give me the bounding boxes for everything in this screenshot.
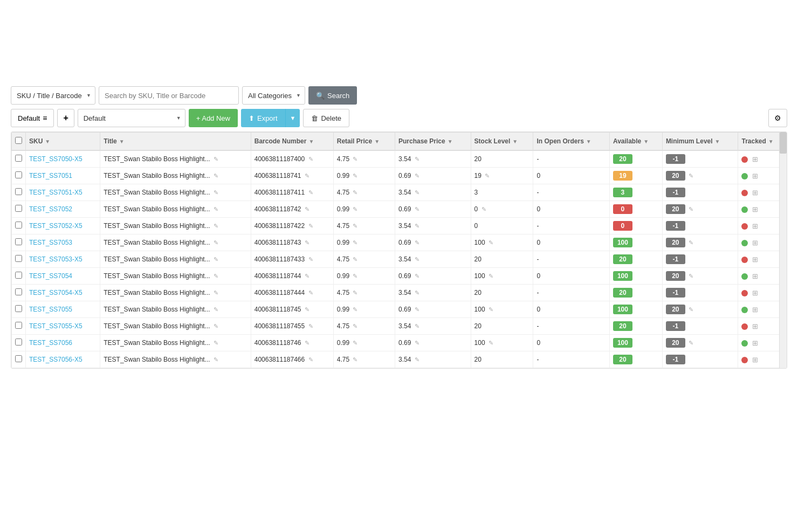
retail-edit-icon[interactable]: ✎ [353,306,357,313]
delete-button[interactable]: 🗑 Delete [303,109,349,127]
row-checkbox[interactable] [15,188,22,195]
title-edit-icon[interactable]: ✎ [214,156,218,162]
purchase-edit-icon[interactable]: ✎ [415,206,419,212]
barcode-edit-icon[interactable]: ✎ [308,223,313,229]
export-button[interactable]: ⬆ Export [241,109,285,127]
orders-filter-icon[interactable]: ▼ [586,139,591,144]
grid-icon[interactable]: ⊞ [752,356,758,364]
grid-icon[interactable]: ⊞ [752,189,758,197]
title-edit-icon[interactable]: ✎ [214,289,218,296]
min-edit-icon[interactable]: ✎ [689,206,693,212]
sku-link[interactable]: TEST_SS7055-X5 [29,322,82,330]
row-checkbox[interactable] [15,255,22,262]
default-select[interactable]: Default [78,109,185,127]
category-select[interactable]: All Categories [242,86,305,105]
row-checkbox[interactable] [15,288,22,295]
barcode-edit-icon[interactable]: ✎ [308,189,313,196]
stock-edit-icon[interactable]: ✎ [489,306,493,313]
grid-icon[interactable]: ⊞ [752,322,758,330]
stock-edit-icon[interactable]: ✎ [489,340,493,346]
title-edit-icon[interactable]: ✎ [214,323,218,329]
barcode-edit-icon[interactable]: ✎ [305,172,309,179]
barcode-edit-icon[interactable]: ✎ [305,340,309,346]
barcode-edit-icon[interactable]: ✎ [305,239,309,246]
retail-edit-icon[interactable]: ✎ [353,172,357,179]
default-view-button[interactable]: Default ≡ [11,109,54,127]
purchase-edit-icon[interactable]: ✎ [415,239,419,246]
purchase-edit-icon[interactable]: ✎ [415,306,419,313]
row-checkbox[interactable] [15,305,22,312]
title-edit-icon[interactable]: ✎ [214,306,218,313]
purchase-edit-icon[interactable]: ✎ [415,156,419,162]
sku-link[interactable]: TEST_SS7056 [29,339,72,347]
grid-icon[interactable]: ⊞ [752,239,758,247]
purchase-edit-icon[interactable]: ✎ [415,273,419,279]
sku-link[interactable]: TEST_SS7054-X5 [29,289,82,296]
field-select[interactable]: SKU / Title / Barcode [11,86,95,105]
title-edit-icon[interactable]: ✎ [214,273,218,279]
title-edit-icon[interactable]: ✎ [214,256,218,262]
add-view-button[interactable]: + [57,109,74,127]
sku-link[interactable]: TEST_SS7050-X5 [29,155,82,163]
min-filter-icon[interactable]: ▼ [715,139,720,144]
min-edit-icon[interactable]: ✎ [689,306,693,313]
grid-icon[interactable]: ⊞ [752,255,758,264]
purchase-edit-icon[interactable]: ✎ [415,256,419,262]
select-all-checkbox[interactable] [15,137,22,144]
title-edit-icon[interactable]: ✎ [214,239,218,246]
grid-icon[interactable]: ⊞ [752,172,758,180]
sku-filter-icon[interactable]: ▼ [45,139,50,144]
stock-edit-icon[interactable]: ✎ [489,239,493,246]
sku-link[interactable]: TEST_SS7051-X5 [29,189,82,196]
barcode-edit-icon[interactable]: ✎ [305,206,309,212]
retail-edit-icon[interactable]: ✎ [353,239,357,246]
barcode-edit-icon[interactable]: ✎ [308,323,313,329]
retail-edit-icon[interactable]: ✎ [353,340,357,346]
barcode-edit-icon[interactable]: ✎ [308,356,313,363]
search-input[interactable] [99,86,239,105]
row-checkbox[interactable] [15,272,22,279]
retail-edit-icon[interactable]: ✎ [353,156,357,162]
min-edit-icon[interactable]: ✎ [689,172,693,179]
retail-edit-icon[interactable]: ✎ [353,223,357,229]
row-checkbox[interactable] [15,205,22,212]
min-edit-icon[interactable]: ✎ [689,273,693,279]
search-button[interactable]: 🔍 Search [308,86,357,105]
barcode-edit-icon[interactable]: ✎ [305,306,309,313]
retail-edit-icon[interactable]: ✎ [353,289,357,296]
barcode-edit-icon[interactable]: ✎ [305,273,309,279]
retail-edit-icon[interactable]: ✎ [353,356,357,363]
retail-edit-icon[interactable]: ✎ [353,323,357,329]
row-checkbox[interactable] [15,222,22,229]
purchase-edit-icon[interactable]: ✎ [415,356,419,363]
export-dropdown-button[interactable]: ▼ [285,109,300,127]
sku-link[interactable]: TEST_SS7056-X5 [29,356,82,363]
row-checkbox[interactable] [15,155,22,162]
barcode-edit-icon[interactable]: ✎ [308,256,313,262]
row-checkbox[interactable] [15,355,22,362]
min-edit-icon[interactable]: ✎ [689,239,693,246]
sku-link[interactable]: TEST_SS7051 [29,172,72,179]
sku-link[interactable]: TEST_SS7055 [29,306,72,313]
sku-link[interactable]: TEST_SS7052-X5 [29,222,82,230]
sku-link[interactable]: TEST_SS7054 [29,272,72,280]
title-edit-icon[interactable]: ✎ [214,223,218,229]
grid-icon[interactable]: ⊞ [752,222,758,230]
title-edit-icon[interactable]: ✎ [214,189,218,196]
retail-edit-icon[interactable]: ✎ [353,206,357,212]
purchase-edit-icon[interactable]: ✎ [415,223,419,229]
purchase-edit-icon[interactable]: ✎ [415,172,419,179]
row-checkbox[interactable] [15,338,22,346]
row-checkbox[interactable] [15,171,22,178]
stock-edit-icon[interactable]: ✎ [489,273,493,279]
available-filter-icon[interactable]: ▼ [643,139,649,144]
purchase-edit-icon[interactable]: ✎ [415,340,419,346]
title-filter-icon[interactable]: ▼ [119,139,125,144]
add-new-button[interactable]: + Add New [189,109,238,127]
settings-button[interactable]: ⚙ [768,109,787,127]
stock-edit-icon[interactable]: ✎ [485,172,490,179]
sku-link[interactable]: TEST_SS7053-X5 [29,255,82,263]
stock-edit-icon[interactable]: ✎ [481,206,486,212]
barcode-edit-icon[interactable]: ✎ [308,156,313,162]
row-checkbox[interactable] [15,238,22,245]
